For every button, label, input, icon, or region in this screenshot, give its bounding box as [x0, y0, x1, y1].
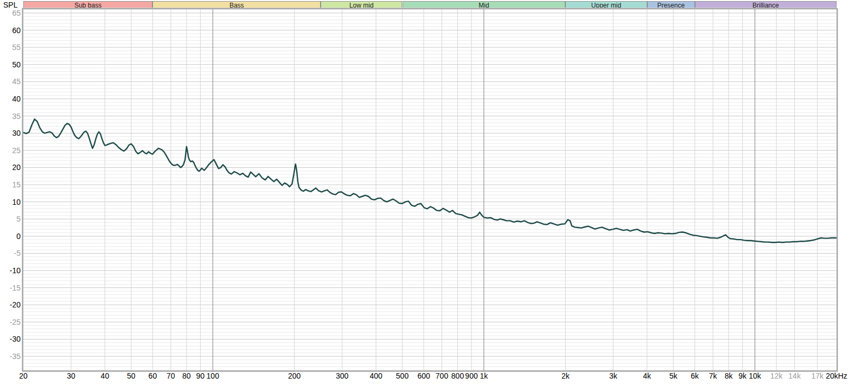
x-tick-label: 100	[207, 372, 219, 380]
y-tick-label: 35	[12, 112, 21, 120]
x-tick-label: 20kHz	[826, 372, 847, 380]
x-axis-tick-labels: 2030405060708090100200300400500600700800…	[0, 372, 868, 383]
x-tick-label: 14k	[788, 372, 801, 380]
x-tick-label: 9k	[738, 372, 746, 380]
spl-frequency-response-chart: SPL Sub bassBassLow midMidUpper midPrese…	[0, 0, 868, 390]
x-tick-label: 70	[167, 372, 175, 380]
x-tick-label: 200	[288, 372, 301, 380]
y-tick-label: 40	[12, 95, 21, 103]
x-tick-label: 1k	[480, 372, 488, 380]
plot-area[interactable]	[22, 8, 838, 372]
x-tick-label: 500	[396, 372, 409, 380]
y-tick-label: -30	[10, 335, 21, 343]
y-tick-label: 55	[12, 43, 21, 51]
y-tick-label: 15	[12, 181, 21, 188]
x-tick-label: 3k	[609, 372, 617, 380]
x-tick-label: 50	[127, 372, 136, 380]
y-tick-label: 50	[12, 61, 21, 68]
x-tick-label: 90	[196, 372, 205, 380]
y-tick-label: -25	[10, 318, 21, 326]
y-axis-tick-labels: 65605550454035302520151050-5-10-15-20-25…	[0, 0, 21, 390]
x-tick-label: 10k	[749, 372, 761, 380]
x-tick-label: 600	[417, 372, 430, 380]
y-tick-label: 10	[12, 198, 21, 206]
x-tick-label: 7k	[709, 372, 717, 380]
chart-canvas	[23, 9, 837, 370]
y-tick-label: 45	[12, 78, 21, 85]
spl-response-curve	[23, 119, 837, 242]
x-tick-label: 5k	[669, 372, 678, 380]
y-tick-label: 0	[16, 232, 21, 240]
x-tick-label: 40	[101, 372, 110, 380]
x-tick-label: 4k	[643, 372, 651, 380]
y-tick-label: -15	[10, 284, 21, 292]
x-tick-label: 2k	[561, 372, 570, 380]
y-tick-label: 60	[12, 27, 21, 34]
x-tick-label: 30	[67, 372, 75, 380]
x-tick-label: 80	[182, 372, 191, 380]
y-tick-label: -5	[14, 249, 21, 257]
x-tick-label: 12k	[770, 372, 783, 380]
y-tick-label: -10	[10, 267, 21, 274]
x-tick-label: 8k	[725, 372, 733, 380]
y-tick-label: 5	[16, 215, 21, 223]
y-tick-label: 30	[12, 129, 21, 137]
x-tick-label: 60	[149, 372, 157, 380]
y-tick-label: 65	[12, 9, 21, 17]
x-tick-label: 6k	[691, 372, 699, 380]
x-tick-label: 20	[19, 372, 28, 380]
x-tick-label: 700	[436, 372, 448, 380]
x-tick-label: 400	[369, 372, 382, 380]
x-tick-label: 17k	[811, 372, 824, 380]
y-tick-label: -35	[10, 353, 21, 360]
y-tick-label: 25	[12, 147, 21, 154]
x-tick-label: 300	[336, 372, 348, 380]
x-tick-label: 800	[451, 372, 464, 380]
x-tick-label: 900	[465, 372, 477, 380]
y-tick-label: -20	[10, 301, 21, 309]
y-tick-label: 20	[12, 163, 21, 171]
